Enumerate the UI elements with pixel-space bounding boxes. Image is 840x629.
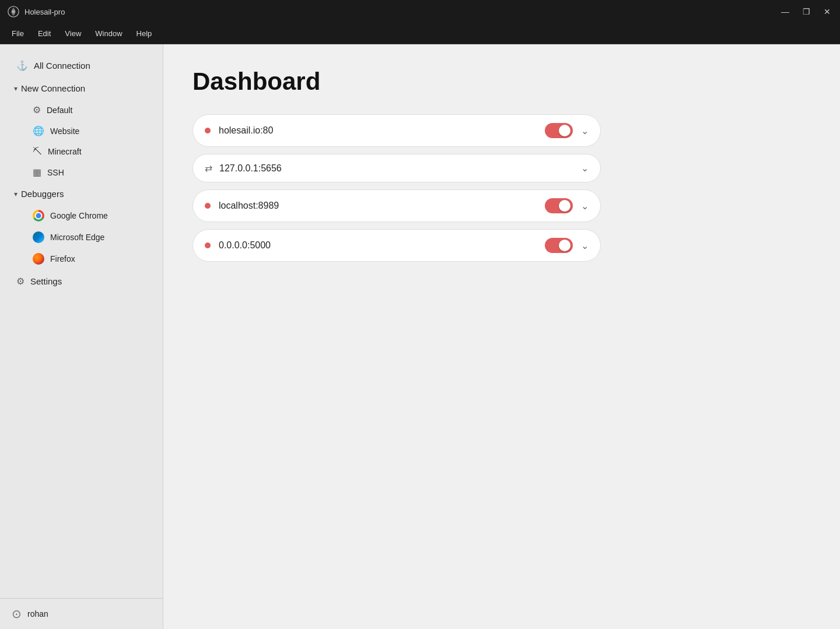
connection-status-dot-3 bbox=[205, 203, 211, 209]
chrome-icon bbox=[33, 210, 44, 222]
sidebar-item-settings[interactable]: ⚙ Settings bbox=[5, 270, 158, 293]
connection-card-1[interactable]: holesail.io:80 ⌄ bbox=[192, 114, 601, 147]
share-icon-2: ⇄ bbox=[205, 163, 212, 174]
settings-gear-icon: ⚙ bbox=[16, 276, 24, 287]
connection-card-3[interactable]: localhost:8989 ⌄ bbox=[192, 189, 601, 222]
toggle-4[interactable] bbox=[545, 238, 573, 253]
minecraft-label: Minecraft bbox=[48, 147, 82, 156]
page-title: Dashboard bbox=[192, 68, 811, 96]
sidebar-item-new-connection[interactable]: ▾ New Connection bbox=[5, 78, 158, 99]
window-controls: — ❐ ✕ bbox=[779, 6, 833, 17]
connection-label-4: 0.0.0.0:5000 bbox=[219, 240, 545, 251]
all-connection-label: All Connection bbox=[34, 61, 90, 71]
globe-icon: 🌐 bbox=[33, 125, 44, 136]
edge-icon bbox=[33, 231, 44, 243]
connection-label-1: holesail.io:80 bbox=[219, 125, 545, 136]
sidebar-item-firefox[interactable]: Firefox bbox=[5, 248, 158, 269]
sidebar-item-all-connection[interactable]: ⚓ All Connection bbox=[5, 54, 158, 77]
menu-bar: File Edit View Window Help bbox=[0, 23, 840, 44]
new-connection-label: New Connection bbox=[21, 83, 85, 93]
toggle-3[interactable] bbox=[545, 198, 573, 213]
svg-point-1 bbox=[12, 10, 15, 13]
sidebar: ⚓ All Connection ▾ New Connection ⚙ Defa… bbox=[0, 44, 163, 629]
website-label: Website bbox=[50, 126, 79, 136]
chevron-down-icon-debuggers: ▾ bbox=[14, 190, 18, 198]
minimize-button[interactable]: — bbox=[779, 6, 791, 17]
gear-icon: ⚙ bbox=[33, 104, 41, 115]
edge-label: Microsoft Edge bbox=[50, 233, 104, 242]
title-bar: Holesail-pro — ❐ ✕ bbox=[0, 0, 840, 23]
connection-card-2[interactable]: ⇄ 127.0.0.1:5656 ⌄ bbox=[192, 154, 601, 182]
connection-status-dot-1 bbox=[205, 128, 211, 133]
main-content: Dashboard holesail.io:80 ⌄ ⇄ 127.0.0.1:5… bbox=[163, 44, 840, 629]
toggle-knob-4 bbox=[559, 240, 570, 251]
ssh-label: SSH bbox=[47, 168, 64, 177]
chevron-down-icon: ▾ bbox=[14, 85, 18, 93]
toggle-knob-3 bbox=[559, 200, 570, 212]
sidebar-item-ssh[interactable]: ▦ SSH bbox=[5, 162, 158, 182]
sidebar-item-edge[interactable]: Microsoft Edge bbox=[5, 227, 158, 248]
expand-chevron-2[interactable]: ⌄ bbox=[581, 163, 589, 174]
app-body: ⚓ All Connection ▾ New Connection ⚙ Defa… bbox=[0, 44, 840, 629]
chrome-label: Google Chrome bbox=[50, 211, 108, 220]
toggle-1[interactable] bbox=[545, 123, 573, 138]
sidebar-item-website[interactable]: 🌐 Website bbox=[5, 121, 158, 141]
settings-label: Settings bbox=[30, 276, 62, 286]
sidebar-item-minecraft[interactable]: ⛏ Minecraft bbox=[5, 142, 158, 161]
debuggers-label: Debuggers bbox=[21, 189, 64, 199]
menu-window[interactable]: Window bbox=[88, 27, 129, 40]
firefox-label: Firefox bbox=[50, 254, 75, 263]
app-title: Holesail-pro bbox=[24, 8, 779, 16]
firefox-icon bbox=[33, 253, 44, 265]
menu-view[interactable]: View bbox=[58, 27, 88, 40]
maximize-button[interactable]: ❐ bbox=[800, 6, 812, 17]
menu-help[interactable]: Help bbox=[130, 27, 159, 40]
app-logo bbox=[7, 5, 20, 18]
sidebar-item-debuggers[interactable]: ▾ Debuggers bbox=[5, 183, 158, 205]
toggle-knob-1 bbox=[559, 125, 570, 136]
connection-icon: ⚓ bbox=[16, 60, 28, 71]
menu-file[interactable]: File bbox=[5, 27, 31, 40]
terminal-icon: ▦ bbox=[33, 167, 41, 178]
connection-label-2: 127.0.0.1:5656 bbox=[219, 163, 581, 174]
user-avatar-icon: ⊙ bbox=[12, 607, 22, 621]
sidebar-item-chrome[interactable]: Google Chrome bbox=[5, 205, 158, 226]
close-button[interactable]: ✕ bbox=[821, 6, 833, 17]
menu-edit[interactable]: Edit bbox=[31, 27, 58, 40]
connection-label-3: localhost:8989 bbox=[219, 201, 545, 211]
connection-list: holesail.io:80 ⌄ ⇄ 127.0.0.1:5656 ⌄ loca… bbox=[192, 114, 601, 262]
expand-chevron-3[interactable]: ⌄ bbox=[581, 201, 589, 212]
username-label: rohan bbox=[27, 609, 48, 619]
sidebar-item-default[interactable]: ⚙ Default bbox=[5, 100, 158, 120]
expand-chevron-4[interactable]: ⌄ bbox=[581, 240, 589, 251]
default-label: Default bbox=[47, 106, 72, 115]
connection-card-4[interactable]: 0.0.0.0:5000 ⌄ bbox=[192, 229, 601, 262]
pickaxe-icon: ⛏ bbox=[33, 146, 42, 157]
sidebar-content: ⚓ All Connection ▾ New Connection ⚙ Defa… bbox=[0, 44, 163, 598]
expand-chevron-1[interactable]: ⌄ bbox=[581, 125, 589, 136]
sidebar-footer-user[interactable]: ⊙ rohan bbox=[0, 598, 163, 629]
connection-status-dot-4 bbox=[205, 243, 211, 248]
